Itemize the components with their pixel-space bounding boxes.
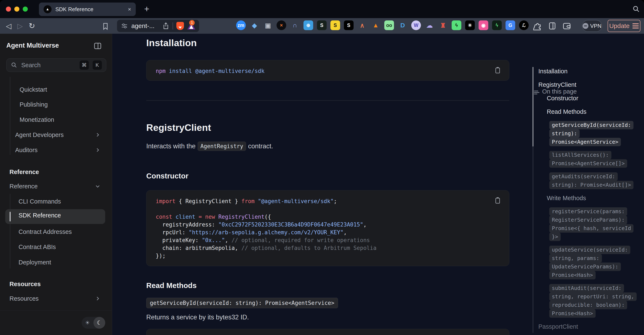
toc-method-link[interactable]: getServiceById(serviceId:string):Promise… xyxy=(530,121,640,146)
phantom-ghost-extension-icon[interactable]: ☁ xyxy=(425,21,434,30)
circle-plus-extension-icon[interactable]: ⊕ xyxy=(304,21,313,30)
constructor-code-block: import { RegistryClient } from "@agent-m… xyxy=(146,190,509,266)
theme-toggle[interactable]: ☀ ☾ xyxy=(82,317,105,329)
toc-method-link[interactable]: listAllServices():Promise<AgentService[]… xyxy=(530,151,640,168)
sidebar-item-contract-abis[interactable]: Contract ABIs xyxy=(0,242,112,252)
sidebar-item-quickstart[interactable]: Quickstart xyxy=(0,85,112,94)
gem-extension-icon[interactable]: ◆ xyxy=(250,21,259,30)
bookmark-icon[interactable] xyxy=(102,22,109,30)
snowflake-extension-icon[interactable]: ✳ xyxy=(465,21,475,30)
lightning-dark-extension-icon[interactable]: ϟ xyxy=(492,21,502,30)
sidebar-group-resources[interactable]: Resources xyxy=(0,294,112,303)
collapse-sidebar-icon[interactable] xyxy=(94,42,102,50)
chevron-down-icon xyxy=(95,184,100,189)
script-l-extension-icon[interactable]: ℒ xyxy=(519,21,529,30)
sidebar-item-contract-addresses[interactable]: Contract Addresses xyxy=(0,227,112,236)
sidebar-panel-icon[interactable] xyxy=(548,22,556,30)
pin-gradient-extension-icon[interactable]: ◉ xyxy=(478,21,488,30)
brave-shield-icon[interactable] xyxy=(176,22,184,30)
agentregistry-inline-code: AgentRegistry xyxy=(198,142,246,151)
toc-item-write-methods[interactable]: Write Methods xyxy=(530,194,640,202)
tune-icon xyxy=(121,22,128,30)
active-item-indicator xyxy=(10,212,10,221)
browser-action-buttons xyxy=(533,22,571,30)
url-bar[interactable]: agent-... 1 xyxy=(117,20,199,32)
new-tab-button[interactable]: + xyxy=(144,4,150,14)
sidebar-section-resources: Resources xyxy=(0,279,112,289)
traffic-lights xyxy=(6,7,28,12)
moon-icon: ☾ xyxy=(94,317,105,329)
hydrant-extension-icon[interactable]: ♜ xyxy=(438,21,448,30)
google-translate-extension-icon[interactable]: G xyxy=(506,21,515,30)
wallet-icon[interactable] xyxy=(562,22,571,30)
bird-lock-extension-icon[interactable]: D xyxy=(398,21,408,30)
toc-method-link[interactable]: submitAudit(serviceId:string, reportUri:… xyxy=(530,284,640,318)
back-button[interactable]: ◁ xyxy=(6,22,11,30)
toc-method-link[interactable]: getAudits(serviceId:string): Promise<Aud… xyxy=(530,172,640,189)
search-input[interactable]: Search ⌘ K xyxy=(6,58,106,72)
copy-icon[interactable] xyxy=(494,66,501,75)
sidebar-item-auditors[interactable]: Auditors xyxy=(0,145,112,155)
divider xyxy=(0,310,112,310)
browser-toolbar: ◁ ▷ ↻ agent-... 1 zm◆▣×∩⊕SSS∧▲ooDW☁♜ϟ✳◉ϟ… xyxy=(0,18,644,34)
helmet-extension-icon[interactable]: ∩ xyxy=(290,21,300,30)
update-menu-button[interactable]: Update xyxy=(608,20,640,32)
minimize-window-button[interactable] xyxy=(14,7,19,12)
sidebar-group-reference[interactable]: Reference xyxy=(0,182,112,191)
toc-item-registryclient[interactable]: RegistryClient xyxy=(530,81,640,89)
site-brand[interactable]: Agent Multiverse xyxy=(6,42,59,49)
toc-method-link[interactable]: updateService(serviceId:string, params:U… xyxy=(530,246,640,279)
toc-item-passportclient[interactable]: PassportClient xyxy=(530,322,640,331)
tab-search-icon[interactable] xyxy=(632,5,640,13)
metamask-fox-extension-icon[interactable]: ▲ xyxy=(371,21,380,30)
rewards-badge: 1 xyxy=(189,20,195,26)
extensions-bar: zm◆▣×∩⊕SSS∧▲ooDW☁♜ϟ✳◉ϟGℒ xyxy=(236,21,529,30)
browser-window: ▲ SDK Reference × + ◁ ▷ ↻ agent-... xyxy=(0,0,644,335)
close-window-button[interactable] xyxy=(6,7,11,12)
chevron-right-icon xyxy=(95,132,100,138)
docs-content: Installation npm install @agent-multiver… xyxy=(112,34,530,335)
toc-item-constructor[interactable]: Constructor xyxy=(530,94,640,102)
getservicebyid-signature: getServiceById(serviceId: string): Promi… xyxy=(146,298,338,308)
zoom-extension-icon[interactable]: zm xyxy=(236,21,246,30)
brave-rewards-icon[interactable]: 1 xyxy=(187,23,195,30)
chevron-right-icon xyxy=(95,147,100,153)
reload-button[interactable]: ↻ xyxy=(28,22,35,30)
sidebar-item-cli-commands[interactable]: CLI Commands xyxy=(0,197,112,206)
getservicebyid-description: Returns a service by its bytes32 ID. xyxy=(146,313,249,321)
chevron-right-icon xyxy=(95,296,100,301)
extensions-puzzle-icon[interactable] xyxy=(533,22,542,30)
zoom-window-button[interactable] xyxy=(23,7,28,12)
search-icon xyxy=(11,62,18,69)
browser-tab[interactable]: ▲ SDK Reference × xyxy=(39,3,136,16)
sidebar-item-publishing[interactable]: Publishing xyxy=(0,100,112,109)
toc-item-read-methods[interactable]: Read Methods xyxy=(530,107,640,116)
sidebar-item-agent-developers[interactable]: Agent Developers xyxy=(0,130,112,139)
forward-button[interactable]: ▷ xyxy=(17,22,23,30)
grok-x-extension-icon[interactable]: × xyxy=(276,21,286,30)
sun-icon: ☀ xyxy=(85,320,90,326)
wombat-extension-icon[interactable]: W xyxy=(411,21,421,30)
copy-icon[interactable] xyxy=(494,196,501,205)
tab-close-icon[interactable]: × xyxy=(128,6,131,13)
tab-title: SDK Reference xyxy=(55,6,128,13)
lightning-green-extension-icon[interactable]: ϟ xyxy=(452,21,461,30)
stake-s-extension-icon[interactable]: S xyxy=(330,21,340,30)
sora-s-extension-icon[interactable]: S xyxy=(344,21,354,30)
frog-extension-icon[interactable]: oo xyxy=(384,21,394,30)
shade-s-extension-icon[interactable]: S xyxy=(317,21,327,30)
toc-method-link[interactable]: registerService(params:RegisterServicePa… xyxy=(530,207,640,241)
ribbon-extension-icon[interactable]: ∧ xyxy=(357,21,367,30)
cmd-keycap: ⌘ xyxy=(80,61,89,70)
sidebar-item-deployment[interactable]: Deployment xyxy=(0,258,112,267)
documents-extension-icon[interactable]: ▣ xyxy=(263,21,273,30)
registryclient-heading: RegistryClient xyxy=(146,122,211,133)
on-this-page-nav: On this page InstallationRegistryClientC… xyxy=(530,34,644,335)
vpn-button[interactable]: VPN xyxy=(582,20,602,32)
sidebar-section-reference: Reference xyxy=(0,167,112,177)
toc-item-installation[interactable]: Installation xyxy=(530,67,640,75)
share-icon[interactable] xyxy=(162,22,169,30)
divider xyxy=(172,22,173,30)
sidebar-item-monetization[interactable]: Monetization xyxy=(0,115,112,124)
vpn-status-icon xyxy=(582,23,588,29)
